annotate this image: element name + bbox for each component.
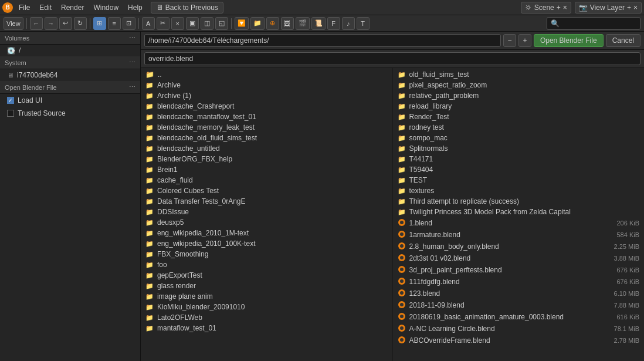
list-item[interactable]: 📁glass render (141, 281, 392, 291)
back-to-previous-button[interactable]: 🖥 Back to Previous (151, 2, 223, 14)
list-item[interactable]: 📁foo (141, 259, 392, 270)
list-item[interactable]: A-NC Learning Circle.blend78.1 MiB (393, 323, 645, 335)
load-ui-checkbox[interactable]: ✓ (7, 97, 14, 104)
list-item[interactable]: 📁T59404 (393, 164, 645, 175)
list-item[interactable]: 📁Brein1 (141, 164, 392, 175)
path-input[interactable] (144, 34, 501, 47)
nav-back-btn[interactable]: ← (30, 17, 43, 30)
list-item[interactable]: 2dt3st 01 v02.blend3.88 MiB (393, 252, 645, 264)
minus-btn[interactable]: − (503, 34, 516, 47)
list-item[interactable]: 📁DDSIssue (141, 207, 392, 217)
list-item[interactable]: 3d_proj_paint_perftests.blend676 KiB (393, 264, 645, 276)
sort-a-btn[interactable]: A (142, 17, 155, 30)
view-mode-btn[interactable]: ◫ (201, 17, 213, 30)
sidebar-item-root[interactable]: 💽 / (0, 45, 140, 56)
list-item[interactable]: 📁Data Transfer Tests_0rAngE (141, 196, 392, 207)
nav-up-btn[interactable]: ↩ (59, 17, 72, 30)
list-item[interactable]: 📁Render_Test (393, 112, 645, 122)
list-item[interactable]: 📁deusxp5 (141, 217, 392, 228)
list-item[interactable]: 📁FBX_Smoothing (141, 249, 392, 259)
font-btn[interactable]: F (327, 17, 340, 30)
list-item[interactable]: 📁mantaflow_test_01 (141, 323, 392, 333)
filename-input[interactable] (144, 52, 640, 65)
menu-render[interactable]: Render (57, 2, 87, 13)
list-item[interactable]: 📁Splitnormals (393, 143, 645, 154)
load-ui-item[interactable]: ✓ Load UI (0, 94, 140, 107)
list-item[interactable]: 📁T44171 (393, 154, 645, 164)
open-blender-file-section-header[interactable]: Open Blender File ⋯ (0, 81, 140, 94)
sound-btn[interactable]: ♪ (342, 17, 355, 30)
view-list-btn[interactable]: ≡ (108, 17, 121, 30)
list-item[interactable]: 📁eng_wikipedia_2010_1M-text (141, 228, 392, 238)
list-item[interactable]: 📁sompo_mac (393, 133, 645, 143)
nav-forward-btn[interactable]: → (45, 17, 57, 30)
trusted-source-item[interactable]: Trusted Source (0, 107, 140, 120)
list-item[interactable]: 📁rodney test (393, 122, 645, 133)
filter-btn[interactable]: ✂ (157, 17, 170, 30)
menu-help[interactable]: Help (124, 2, 146, 13)
list-item[interactable]: 📁KioMiku_blender_20091010 (141, 302, 392, 312)
list-item[interactable]: 📁pixel_aspect_ratio_zoom (393, 80, 645, 90)
folder-btn[interactable]: 📁 (250, 17, 265, 30)
list-item[interactable]: 📁eng_wikipedia_2010_100K-text (141, 238, 392, 249)
list-item[interactable]: 📁blendcache_old_fluid_sims_test (141, 133, 392, 143)
list-item[interactable]: 2.8_human_body_only.blend2.25 MiB (393, 241, 645, 252)
list-item[interactable]: 📁blendcache_memory_leak_test (141, 122, 392, 133)
view-menu-btn[interactable]: View (4, 17, 23, 30)
list-item[interactable]: 📁blendcache_mantaflow_test_01 (141, 112, 392, 122)
list-item[interactable]: 📁Lato2OFLWeb (141, 312, 392, 323)
blend-file-icon (398, 265, 406, 275)
list-item[interactable]: 📁Third attempt to replicate (success) (393, 196, 645, 207)
menu-edit[interactable]: Edit (36, 2, 55, 13)
list-item[interactable]: 📁Archive (141, 80, 392, 90)
list-item[interactable]: 1armature.blend584 KiB (393, 229, 645, 241)
list-item[interactable]: 📁Colored Cubes Test (141, 185, 392, 196)
cancel-button[interactable]: Cancel (606, 34, 640, 47)
list-item[interactable]: 📁relative_path_problem (393, 90, 645, 101)
menu-file[interactable]: File (15, 2, 33, 13)
list-item[interactable]: 📁Twilight Princess 3D Model Pack from Ze… (393, 207, 645, 217)
view-small-thumbnails-btn[interactable]: ⊡ (123, 17, 135, 30)
list-item[interactable]: 📁textures (393, 185, 645, 196)
folder-icon: 📁 (398, 166, 406, 174)
list-item[interactable]: 📁image plane anim (141, 291, 392, 302)
view-split-btn[interactable]: ◱ (215, 17, 228, 30)
list-item[interactable]: 20180619_basic_animation_amature_0003.bl… (393, 311, 645, 323)
filter-icon-btn[interactable]: 🔽 (235, 17, 249, 30)
list-item[interactable]: 123.blend6.10 MiB (393, 288, 645, 299)
filter-x-btn[interactable]: × (171, 17, 184, 30)
list-item[interactable]: 2018-11-09.blend7.88 MiB (393, 299, 645, 311)
script-btn[interactable]: 📜 (311, 17, 326, 30)
blender-icon-btn[interactable]: ⊕ (266, 17, 279, 30)
movie-btn[interactable]: 🎬 (296, 17, 310, 30)
list-item[interactable]: 📁blendcache_Crashreport (141, 101, 392, 112)
list-item[interactable]: 111fdgdfg.blend676 KiB (393, 276, 645, 288)
parent-dir-item[interactable]: 📁 .. (141, 69, 392, 80)
list-item[interactable]: 📁gepExportTest (141, 270, 392, 281)
list-item[interactable]: 📁old_fluid_sims_test (393, 69, 645, 80)
view-type-btn[interactable]: ▣ (186, 17, 199, 30)
plus-btn[interactable]: + (518, 34, 531, 47)
list-item[interactable]: 📁Archive (1) (141, 90, 392, 101)
list-item[interactable]: ABCOverrideFrame.blend2.78 MiB (393, 335, 645, 346)
volumes-section-header[interactable]: Volumes ⋯ (0, 32, 140, 45)
sidebar-item-home[interactable]: 🖥 i74700deb64 (0, 69, 140, 81)
list-item[interactable]: 📁cache_fluid (141, 175, 392, 185)
list-item[interactable]: 📁TEST (393, 175, 645, 185)
view-layer-selector[interactable]: 📷 View Layer + × (575, 2, 642, 14)
text-btn[interactable]: T (357, 17, 370, 30)
search-input[interactable] (547, 17, 640, 30)
file-size: 584 KiB (612, 231, 639, 238)
image-btn[interactable]: 🖼 (281, 17, 294, 30)
list-item[interactable]: 📁BlenderORG_FBX_help (141, 154, 392, 164)
list-item[interactable]: 1.blend206 KiB (393, 217, 645, 229)
open-blender-file-button[interactable]: Open Blender File (534, 34, 604, 47)
view-thumbnails-btn[interactable]: ⊞ (93, 17, 106, 30)
trusted-source-checkbox[interactable] (7, 110, 14, 117)
scene-selector[interactable]: ⛭ Scene + × (521, 2, 571, 14)
system-section-header[interactable]: System ⋯ (0, 56, 140, 69)
list-item[interactable]: 📁blendcache_untitled (141, 143, 392, 154)
menu-window[interactable]: Window (90, 2, 122, 13)
list-item[interactable]: 📁reload_library (393, 101, 645, 112)
nav-refresh-btn[interactable]: ↻ (74, 17, 87, 30)
